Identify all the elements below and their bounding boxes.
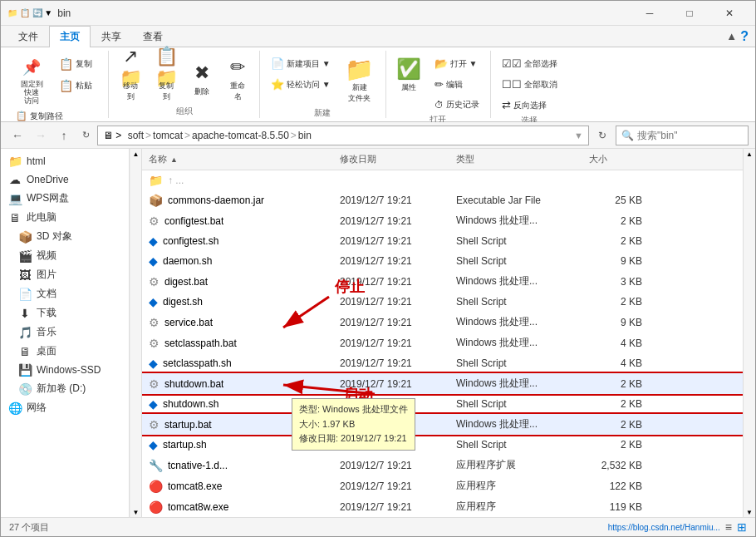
col-header-type[interactable]: 类型: [449, 150, 582, 168]
properties-button[interactable]: ✅ 属性: [391, 54, 426, 96]
up-button[interactable]: ↑: [54, 126, 74, 145]
paste-button[interactable]: 📋粘贴: [53, 76, 103, 96]
ribbon-content: 📌 固定到快速访问 📋复制 📋粘贴 📋复制路径: [1, 47, 755, 122]
wps-icon: 💻: [7, 192, 22, 205]
bat-file-icon: ⚙: [149, 275, 160, 288]
col-header-date[interactable]: 修改日期: [333, 150, 449, 168]
sidebar-item-html[interactable]: 📁 html: [1, 152, 129, 170]
sidebar-item-video[interactable]: 🎬 视频: [1, 246, 129, 265]
select-all-button[interactable]: ☑☑全部选择: [496, 54, 563, 73]
list-item[interactable]: ⚙setclasspath.bat 2019/12/7 19:21 Window…: [142, 333, 743, 353]
list-item[interactable]: ⚙digest.bat 2019/12/7 19:21 Windows 批处理.…: [142, 271, 743, 292]
sidebar-item-network[interactable]: 🌐 网络: [1, 398, 129, 417]
list-item-shutdown-bat[interactable]: ⚙shutdown.bat 2019/12/7 19:21 Windows 批处…: [142, 373, 743, 394]
search-icon: 🔍: [621, 130, 634, 141]
dll-file-icon: 🔧: [149, 459, 163, 472]
sidebar-item-d-drive[interactable]: 💿 新加卷 (D:): [1, 379, 129, 398]
sidebar-item-docs[interactable]: 📄 文档: [1, 284, 129, 303]
exe-file-icon: 🔴: [149, 500, 163, 514]
move-to-button[interactable]: ↗📁 移动到: [114, 52, 147, 106]
forward-button[interactable]: →: [31, 126, 51, 145]
video-icon: 🎬: [17, 249, 32, 263]
sh-file-icon: ◆: [149, 254, 158, 268]
back-button[interactable]: ←: [7, 126, 27, 145]
sidebar-item-wps[interactable]: 💻 WPS网盘: [1, 189, 129, 208]
maximize-button[interactable]: □: [670, 1, 709, 26]
docs-icon: 📄: [17, 288, 32, 301]
tab-view[interactable]: 查看: [132, 26, 174, 47]
tab-share[interactable]: 共享: [91, 26, 132, 47]
sidebar-item-desktop[interactable]: 🖥 桌面: [1, 342, 129, 361]
copy-path-button[interactable]: 📋复制路径: [12, 109, 103, 124]
list-item[interactable]: ◆shutdown.sh 2019/12/7 19:21 Shell Scrip…: [142, 394, 743, 414]
d-drive-icon: 💿: [17, 382, 32, 396]
new-folder-button[interactable]: 📁 新建文件夹: [339, 54, 380, 107]
edit-button[interactable]: ✏编辑: [429, 75, 485, 94]
bat-file-icon: ⚙: [149, 316, 160, 329]
list-item[interactable]: 🔴tomcat8w.exe 2019/12/7 19:21 应用程序 119 K…: [142, 496, 743, 517]
list-item[interactable]: 📁↑ ...: [142, 170, 743, 190]
list-item[interactable]: 📦commons-daemon.jar 2019/12/7 19:21 Exec…: [142, 190, 743, 210]
new-label: 新建: [265, 107, 380, 119]
open-button[interactable]: 📂打开 ▼: [429, 54, 485, 73]
item-count: 27 个项目: [9, 521, 49, 534]
sh-file-icon: ◆: [149, 397, 158, 411]
address-path[interactable]: 🖥 > soft > tomcat > apache-tomcat-8.5.50…: [97, 126, 589, 145]
path-apache[interactable]: apache-tomcat-8.5.50: [192, 130, 289, 141]
sidebar-item-3d[interactable]: 📦 3D 对象: [1, 227, 129, 246]
scroll-down-button[interactable]: ▼: [746, 507, 753, 517]
sidebar-item-windows-ssd[interactable]: 💾 Windows-SSD: [1, 361, 129, 379]
col-header-size[interactable]: 大小: [582, 150, 649, 168]
tab-file[interactable]: 文件: [7, 26, 49, 47]
sidebar-item-downloads[interactable]: ⬇ 下载: [1, 303, 129, 323]
scroll-up-button[interactable]: ▲: [746, 149, 753, 159]
downloads-icon: ⬇: [17, 307, 32, 320]
address-bar: ← → ↑ ↻ 🖥 > soft > tomcat > apache-tomca…: [1, 122, 755, 149]
sidebar-label-pc: 此电脑: [27, 210, 56, 224]
refresh-button[interactable]: ↻: [77, 126, 94, 145]
desktop-icon: 🖥: [17, 345, 32, 358]
sidebar-label-3d: 3D 对象: [37, 229, 72, 244]
new-item-button[interactable]: 📄新建项目 ▼: [265, 54, 336, 73]
sidebar-item-music[interactable]: 🎵 音乐: [1, 323, 129, 342]
path-tomcat[interactable]: tomcat: [153, 130, 183, 141]
list-item[interactable]: ◆daemon.sh 2019/12/7 19:21 Shell Script …: [142, 251, 743, 271]
tab-home[interactable]: 主页: [49, 26, 91, 47]
path-bin[interactable]: bin: [298, 130, 312, 141]
fixed-access-button[interactable]: 📌 固定到快速访问: [12, 52, 51, 109]
delete-button[interactable]: ✖ 删除: [185, 58, 218, 101]
view-icon-details[interactable]: ≡: [725, 520, 732, 534]
view-icon-large[interactable]: ⊞: [737, 520, 747, 534]
path-soft[interactable]: soft: [128, 130, 144, 141]
rename-button[interactable]: ✏ 重命名: [221, 52, 254, 106]
copy-button[interactable]: 📋复制: [53, 54, 103, 74]
list-item[interactable]: ⚙configtest.bat 2019/12/7 19:21 Windows …: [142, 210, 743, 231]
list-item[interactable]: ◆configtest.sh 2019/12/7 19:21 Shell Scr…: [142, 231, 743, 251]
list-item[interactable]: ⚙service.bat 2019/12/7 19:21 Windows 批处理…: [142, 312, 743, 333]
col-header-name[interactable]: 名称 ▲: [142, 150, 333, 168]
list-item[interactable]: 🔧tcnative-1.d... 2019/12/7 19:21 应用程序扩展 …: [142, 455, 743, 475]
sidebar-item-onedrive[interactable]: ☁ OneDrive: [1, 170, 129, 189]
history-button[interactable]: ⏱历史记录: [429, 96, 485, 114]
sh-file-icon: ◆: [149, 438, 158, 451]
minimize-button[interactable]: ─: [631, 1, 669, 26]
select-none-button[interactable]: ☐☐全部取消: [496, 75, 563, 94]
copy-to-button[interactable]: 📋📁 复制到: [150, 52, 183, 106]
bat-file-icon: ⚙: [149, 377, 160, 391]
list-item-startup-bat[interactable]: ⚙startup.bat 2019/12/7 19:21 Windows 批处理…: [142, 414, 743, 435]
title-bar: 📁 📋 🔄 ▼ bin ─ □ ✕: [1, 1, 755, 26]
sidebar-label-network: 网络: [27, 401, 47, 415]
sidebar-item-pc[interactable]: 🖥 此电脑: [1, 208, 129, 227]
path-refresh-button[interactable]: ↻: [592, 126, 612, 145]
search-input[interactable]: [637, 130, 737, 141]
easy-access-button[interactable]: ⭐轻松访问 ▼: [265, 75, 336, 94]
sh-file-icon: ◆: [149, 295, 158, 308]
close-button[interactable]: ✕: [710, 1, 749, 26]
list-item[interactable]: ◆digest.sh 2019/12/7 19:21 Shell Script …: [142, 292, 743, 312]
list-item[interactable]: ◆setclasspath.sh 2019/12/7 19:21 Shell S…: [142, 353, 743, 373]
list-item[interactable]: 🔴tomcat8.exe 2019/12/7 19:21 应用程序 122 KB: [142, 475, 743, 496]
invert-selection-button[interactable]: ⇄反向选择: [496, 96, 563, 115]
sidebar-item-pictures[interactable]: 🖼 图片: [1, 265, 129, 284]
list-item[interactable]: ◆startup.sh 2019/12/7 19:21 Shell Script…: [142, 435, 743, 455]
bat-file-icon: ⚙: [149, 418, 160, 431]
